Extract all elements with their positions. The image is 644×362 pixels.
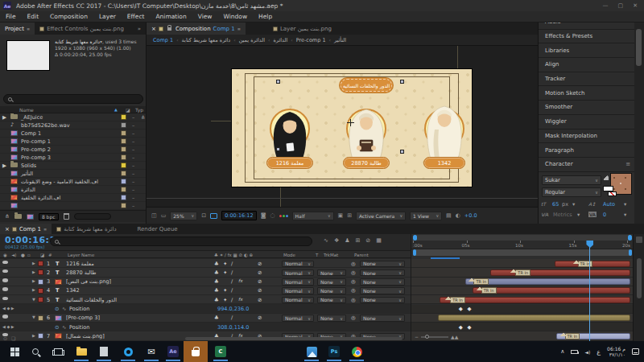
menu-help[interactable]: Help xyxy=(253,13,278,20)
label-color-chip[interactable] xyxy=(121,138,126,144)
tab-layer[interactable]: Layer بنت يمين.png xyxy=(268,23,336,35)
sort-ascending-icon[interactable]: ▲ xyxy=(114,107,118,112)
taskbar-start[interactable] xyxy=(5,341,24,362)
twirl-icon[interactable]: ▼ xyxy=(32,297,35,302)
layer-row-3[interactable]: ▶3[بنت فى النص.png]♣∕fx⊘Normal∨None∨◎Non… xyxy=(0,278,411,286)
label-color-chip[interactable] xyxy=(121,187,126,192)
project-item-الدائرة[interactable]: الدائرة– xyxy=(0,186,147,194)
label-color-chip[interactable] xyxy=(121,130,126,136)
timeline-bottom-toggles[interactable]: ⊙❏ xyxy=(3,335,15,341)
main-monitor-icon[interactable]: ▭ xyxy=(161,212,167,219)
show-snapshot-icon[interactable]: ◌ xyxy=(270,212,275,219)
work-area-bar[interactable] xyxy=(413,249,632,256)
pixel-aspect-icon[interactable]: ▤ xyxy=(446,212,452,219)
menu-view[interactable]: View xyxy=(192,13,218,20)
blend-mode-dropdown[interactable]: Normal∨ xyxy=(282,261,314,268)
blend-mode-dropdown[interactable]: Normal∨ xyxy=(282,278,314,286)
parent-pickwhip-icon[interactable]: ◎ xyxy=(351,269,356,276)
parent-dropdown[interactable]: None∨ xyxy=(360,269,405,277)
right-panel-scrollbar[interactable] xyxy=(634,23,644,224)
switch-a-icon[interactable]: ♣ xyxy=(214,315,219,321)
layer-label-chip[interactable] xyxy=(38,279,43,285)
trkmat-dropdown[interactable]: None∨ xyxy=(317,297,346,304)
label-color-chip[interactable] xyxy=(121,114,126,120)
section-tracker[interactable]: Tracker xyxy=(539,72,634,87)
layer-duration-bar[interactable] xyxy=(473,287,630,294)
action-center-icon[interactable] xyxy=(632,348,639,355)
parent-dropdown[interactable]: None∨ xyxy=(360,278,405,286)
bit-depth-button[interactable]: 8 bpc xyxy=(39,213,59,220)
selection-handle[interactable] xyxy=(276,147,280,151)
project-item-row[interactable]: – xyxy=(0,202,147,210)
keyframe-icon[interactable]: ◆ xyxy=(459,324,463,331)
keyframe-navigator[interactable]: ◀ ◆ ▶ xyxy=(2,324,14,329)
project-item-Comp 1[interactable]: Comp 1– xyxy=(0,130,147,138)
timeline-vertical-scrollbar[interactable] xyxy=(637,258,642,298)
breadcrumb-item[interactable]: الدائرة يمين xyxy=(239,37,265,43)
kerning-dropdown-icon[interactable]: ▾ xyxy=(577,212,580,218)
project-item-Pre-comp 1[interactable]: Pre-comp 1– xyxy=(0,138,147,146)
project-item-_AEJuice[interactable]: ▶_AEJuice–⋔ xyxy=(0,113,147,121)
taskbar-quicktime[interactable] xyxy=(118,341,138,362)
label-color-chip[interactable] xyxy=(121,179,126,184)
composition-flowchart-icon[interactable]: ∿ xyxy=(324,237,328,244)
tab-composition[interactable]: × Composition Comp 1 ≡ xyxy=(147,23,246,35)
parent-pickwhip-icon[interactable]: ◎ xyxy=(351,261,356,267)
section-wiggler[interactable]: Wiggler xyxy=(539,115,634,130)
switch-a-icon[interactable]: ♣ xyxy=(214,297,219,303)
hidden-icons-chevron[interactable]: ∧ xyxy=(560,348,564,355)
breadcrumb-item[interactable]: Pre-comp 1 xyxy=(296,37,326,43)
blend-mode-dropdown[interactable]: Normal∨ xyxy=(282,315,314,322)
twirl-icon[interactable]: ▶ xyxy=(32,333,35,338)
new-folder-icon[interactable] xyxy=(14,214,22,219)
tracking-dropdown-icon[interactable]: ▾ xyxy=(624,212,626,218)
layer-row-4[interactable]: ▶4T1342♣✦∕⊘Normal∨None∨◎None∨ xyxy=(0,286,411,295)
taskbar-ae[interactable]: Ae xyxy=(163,341,183,362)
grid-options-icon[interactable]: ⊡ xyxy=(201,212,206,219)
project-item-اف.الدائرة الخلفية[interactable]: اف.الدائرة الخلفية– xyxy=(0,194,147,202)
tab-overflow-button[interactable]: » xyxy=(133,23,146,35)
switch-b-icon[interactable]: ⊘ xyxy=(258,269,262,276)
scrollbar-thumb[interactable] xyxy=(636,29,642,66)
section-audio[interactable]: Audio xyxy=(539,23,634,30)
font-family-select[interactable]: Sukar∨ xyxy=(542,175,601,185)
project-item-اف.الخلفية الامامية - وضع الايقونات[interactable]: اف.الخلفية الامامية - وضع الايقونات– xyxy=(0,178,147,186)
layer-name[interactable]: طالبة 28870 xyxy=(66,269,96,276)
timeline-search-input[interactable] xyxy=(50,237,312,246)
layer-marker[interactable]: TR In xyxy=(477,288,497,294)
layer-duration-bar[interactable] xyxy=(438,315,630,321)
channel-icon[interactable] xyxy=(279,215,288,217)
time-ruler[interactable]: :00s05s10s15s20s xyxy=(411,241,634,249)
region-of-interest-icon[interactable] xyxy=(210,213,217,219)
close-tab-icon[interactable]: × xyxy=(151,26,156,32)
taskbar-camtasia[interactable]: C xyxy=(211,341,230,362)
layer-name[interactable]: 1342 xyxy=(66,287,80,294)
twirl-icon[interactable]: ▶ xyxy=(32,287,35,292)
switch-b-icon[interactable]: ⊘ xyxy=(258,261,262,267)
label-color-chip[interactable] xyxy=(121,203,126,208)
layer-duration-bar[interactable] xyxy=(440,297,630,303)
label-menu[interactable]: – xyxy=(132,138,134,145)
maximize-button[interactable]: ▢ xyxy=(618,2,624,9)
label-color-chip[interactable] xyxy=(121,195,126,200)
label-menu[interactable]: – xyxy=(132,114,134,121)
panel-menu-icon[interactable]: ≡ xyxy=(27,27,30,31)
switch-q-icon[interactable]: ∕ xyxy=(231,287,233,294)
breadcrumb-item[interactable]: Comp 1 xyxy=(153,37,173,43)
switch-q-icon[interactable]: ∕ xyxy=(231,278,233,285)
selection-handle[interactable] xyxy=(400,150,404,154)
taskbar-notes[interactable] xyxy=(94,341,114,362)
trkmat-dropdown[interactable]: None∨ xyxy=(317,315,346,322)
minimize-button[interactable]: — xyxy=(603,2,609,9)
menu-window[interactable]: Window xyxy=(218,13,254,20)
project-list-header[interactable]: Name ▲ ◪ Typ xyxy=(0,106,147,113)
switch-fx-icon[interactable]: fx xyxy=(238,297,242,302)
exposure-icon[interactable]: ◐ xyxy=(456,212,460,219)
fill-color-icon[interactable] xyxy=(603,186,613,191)
menu-edit[interactable]: Edit xyxy=(22,13,45,20)
taskbar-search[interactable] xyxy=(26,341,45,362)
label-menu[interactable]: – xyxy=(132,171,134,177)
timeline-horizontal-scrollbar[interactable] xyxy=(185,337,402,340)
trkmat-dropdown[interactable]: None∨ xyxy=(317,269,346,277)
taskbar-store[interactable] xyxy=(184,341,208,362)
